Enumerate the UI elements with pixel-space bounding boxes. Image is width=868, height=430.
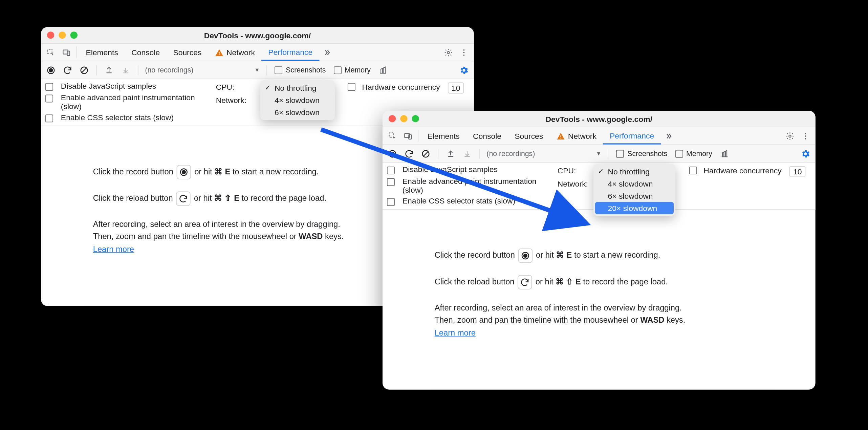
tab-sources[interactable]: Sources bbox=[167, 44, 208, 61]
more-tabs-icon[interactable] bbox=[319, 44, 335, 61]
close-window-button[interactable] bbox=[47, 31, 54, 39]
close-window-button[interactable] bbox=[389, 115, 396, 122]
memory-label: Memory bbox=[686, 149, 712, 158]
warning-icon bbox=[557, 131, 565, 140]
upload-icon[interactable] bbox=[101, 66, 117, 74]
dropdown-item-6x-slowdown[interactable]: 6× slowdown bbox=[593, 190, 675, 202]
memory-checkbox[interactable]: Memory bbox=[675, 149, 712, 158]
kebab-menu-icon[interactable] bbox=[456, 44, 472, 61]
recordings-select[interactable]: (no recordings) ▼ bbox=[484, 149, 604, 158]
advanced-paint-checkbox[interactable]: Enable advanced paint instrumentation (s… bbox=[387, 176, 547, 194]
css-selector-stats-checkbox[interactable]: Enable CSS selector stats (slow) bbox=[45, 113, 206, 122]
tab-sources[interactable]: Sources bbox=[508, 127, 550, 145]
svg-point-20 bbox=[805, 133, 806, 134]
devtools-window-after: DevTools - www.google.com/ Elements Cons… bbox=[383, 111, 816, 390]
settings-gear-icon[interactable] bbox=[441, 44, 456, 61]
devtools-tabstrip: Elements Console Sources Network Perform… bbox=[383, 127, 816, 145]
svg-point-5 bbox=[447, 51, 450, 53]
memory-label: Memory bbox=[345, 66, 371, 74]
performance-help-text: Click the record button or hit ⌘ E to st… bbox=[383, 210, 816, 351]
svg-point-8 bbox=[463, 54, 464, 56]
dropdown-item-6x-slowdown[interactable]: 6× slowdown bbox=[260, 106, 335, 119]
performance-toolbar: (no recordings) ▼ Screenshots Memory bbox=[383, 145, 816, 163]
dropdown-item-no-throttling[interactable]: No throttling bbox=[593, 166, 675, 178]
minimize-window-button[interactable] bbox=[59, 31, 66, 39]
record-button[interactable] bbox=[385, 149, 400, 158]
garbage-collect-icon[interactable] bbox=[375, 66, 391, 74]
tab-elements[interactable]: Elements bbox=[421, 127, 466, 145]
recordings-select[interactable]: (no recordings) ▼ bbox=[143, 66, 262, 74]
svg-rect-18 bbox=[561, 137, 561, 138]
svg-point-19 bbox=[789, 135, 791, 137]
hardware-concurrency-input[interactable]: 10 bbox=[789, 166, 806, 177]
dropdown-item-20x-slowdown[interactable]: 20× slowdown bbox=[595, 202, 674, 214]
maximize-window-button[interactable] bbox=[412, 115, 419, 122]
tab-console[interactable]: Console bbox=[466, 127, 508, 145]
minimize-window-button[interactable] bbox=[400, 115, 407, 122]
clear-button[interactable] bbox=[418, 149, 434, 158]
svg-point-21 bbox=[805, 135, 806, 136]
caret-down-icon: ▼ bbox=[596, 151, 601, 157]
settings-gear-icon[interactable] bbox=[782, 127, 798, 145]
screenshots-checkbox[interactable]: Screenshots bbox=[616, 149, 668, 158]
reload-button[interactable] bbox=[402, 149, 417, 158]
disable-js-label: Disable JavaScript samples bbox=[403, 165, 498, 174]
learn-more-link[interactable]: Learn more bbox=[93, 244, 134, 253]
hw-concurrency-label: Hardware concurrency bbox=[703, 166, 781, 175]
svg-point-24 bbox=[391, 152, 394, 155]
tab-performance[interactable]: Performance bbox=[262, 44, 319, 61]
learn-more-link[interactable]: Learn more bbox=[435, 328, 476, 337]
advanced-paint-label: Enable advanced paint instrumentation (s… bbox=[403, 176, 547, 194]
screenshots-checkbox[interactable]: Screenshots bbox=[275, 66, 326, 74]
svg-point-6 bbox=[463, 49, 464, 50]
tab-network[interactable]: Network bbox=[550, 127, 603, 145]
inspect-element-icon[interactable] bbox=[43, 44, 59, 61]
svg-point-27 bbox=[524, 254, 527, 257]
disable-js-samples-checkbox[interactable]: Disable JavaScript samples bbox=[45, 81, 206, 91]
capture-settings-gear-icon[interactable] bbox=[798, 149, 813, 158]
more-tabs-icon[interactable] bbox=[661, 127, 676, 145]
reload-icon bbox=[518, 275, 532, 289]
inspect-element-icon[interactable] bbox=[385, 127, 400, 145]
tab-elements[interactable]: Elements bbox=[79, 44, 125, 61]
dropdown-item-no-throttling[interactable]: No throttling bbox=[260, 82, 335, 94]
css-selector-stats-checkbox[interactable]: Enable CSS selector stats (slow) bbox=[387, 196, 547, 206]
svg-point-22 bbox=[805, 138, 806, 139]
tab-network-label: Network bbox=[568, 131, 596, 140]
tab-console[interactable]: Console bbox=[125, 44, 167, 61]
download-icon[interactable] bbox=[459, 149, 475, 158]
disable-js-samples-checkbox[interactable]: Disable JavaScript samples bbox=[387, 165, 547, 174]
capture-settings-gear-icon[interactable] bbox=[456, 65, 472, 75]
dropdown-item-4x-slowdown[interactable]: 4× slowdown bbox=[260, 94, 335, 106]
download-icon[interactable] bbox=[118, 66, 133, 74]
kebab-menu-icon[interactable] bbox=[798, 127, 813, 145]
upload-icon[interactable] bbox=[443, 149, 458, 158]
caret-down-icon: ▼ bbox=[254, 67, 260, 73]
record-icon bbox=[177, 165, 191, 179]
dropdown-item-4x-slowdown[interactable]: 4× slowdown bbox=[593, 178, 675, 190]
svg-point-13 bbox=[182, 170, 186, 174]
memory-checkbox[interactable]: Memory bbox=[333, 66, 370, 74]
advanced-paint-checkbox[interactable]: Enable advanced paint instrumentation (s… bbox=[45, 93, 206, 111]
device-toolbar-icon[interactable] bbox=[400, 127, 416, 145]
svg-point-10 bbox=[49, 68, 53, 72]
tab-network[interactable]: Network bbox=[208, 44, 262, 61]
cpu-label: CPU: bbox=[216, 83, 260, 91]
network-label: Network: bbox=[216, 96, 260, 105]
garbage-collect-icon[interactable] bbox=[717, 149, 732, 158]
window-title: DevTools - www.google.com/ bbox=[546, 114, 652, 123]
hardware-concurrency-input[interactable]: 10 bbox=[448, 83, 464, 94]
svg-point-7 bbox=[463, 51, 464, 53]
reload-button[interactable] bbox=[60, 65, 75, 75]
tab-performance[interactable]: Performance bbox=[603, 127, 660, 145]
disable-js-label: Disable JavaScript samples bbox=[61, 81, 156, 90]
svg-rect-17 bbox=[561, 135, 561, 137]
hardware-concurrency-checkbox[interactable]: Hardware concurrency bbox=[348, 83, 440, 91]
maximize-window-button[interactable] bbox=[70, 31, 78, 39]
window-title: DevTools - www.google.com/ bbox=[204, 31, 311, 40]
hardware-concurrency-checkbox[interactable]: Hardware concurrency bbox=[689, 166, 782, 175]
record-button[interactable] bbox=[43, 65, 59, 75]
device-toolbar-icon[interactable] bbox=[59, 44, 74, 61]
clear-button[interactable] bbox=[77, 65, 92, 75]
advanced-paint-label: Enable advanced paint instrumentation (s… bbox=[61, 93, 206, 111]
